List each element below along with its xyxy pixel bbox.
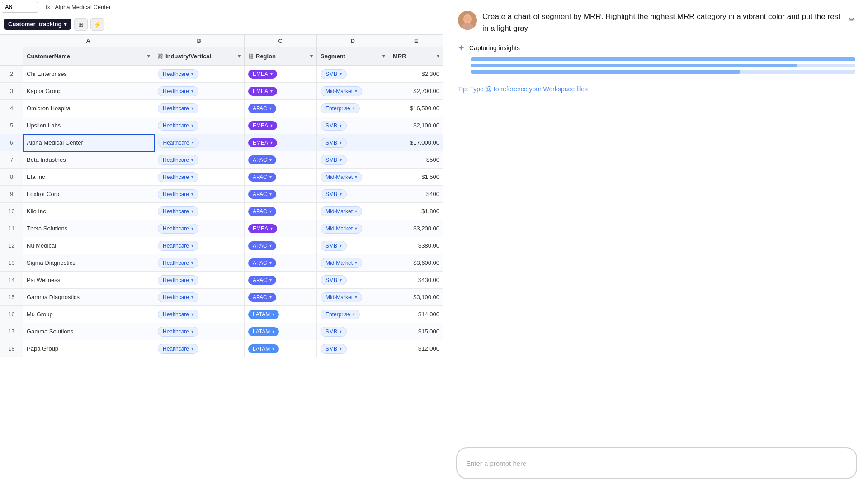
industry-cell[interactable]: Healthcare ▾: [154, 323, 245, 340]
table-row[interactable]: 17Gamma SolutionsHealthcare ▾LATAM ▾SMB …: [0, 323, 443, 340]
col-letter-d[interactable]: D: [317, 35, 389, 47]
table-row[interactable]: 5Upsilon LabsHealthcare ▾EMEA ▾SMB ▾$2,1…: [0, 117, 443, 134]
customer-name-cell[interactable]: Sigma Diagnostics: [23, 254, 154, 272]
segment-pill[interactable]: SMB ▾: [321, 121, 347, 131]
industry-cell[interactable]: Healthcare ▾: [154, 151, 245, 169]
customer-name-cell[interactable]: Kilo Inc: [23, 203, 154, 220]
col-letter-c[interactable]: C: [245, 35, 317, 47]
industry-cell[interactable]: Healthcare ▾: [154, 169, 245, 186]
field-industry[interactable]: ⛓ Industry/Vertical ▾: [154, 47, 245, 66]
region-cell[interactable]: APAC ▾: [245, 169, 317, 186]
cell-reference-box[interactable]: A6: [2, 2, 38, 13]
segment-cell[interactable]: SMB ▾: [317, 134, 389, 151]
region-pill[interactable]: APAC ▾: [248, 258, 276, 267]
region-pill[interactable]: APAC ▾: [248, 173, 276, 182]
segment-pill[interactable]: SMB ▾: [321, 155, 347, 165]
industry-cell[interactable]: Healthcare ▾: [154, 340, 245, 357]
segment-cell[interactable]: Enterprise ▾: [317, 306, 389, 323]
industry-pill[interactable]: Healthcare ▾: [158, 258, 198, 268]
table-row[interactable]: 18Papa GroupHealthcare ▾LATAM ▾SMB ▾$12,…: [0, 340, 443, 357]
customer-name-cell[interactable]: Beta Industries: [23, 151, 154, 169]
segment-pill[interactable]: Mid-Market ▾: [321, 224, 362, 234]
customer-name-cell[interactable]: Psi Wellness: [23, 272, 154, 289]
industry-cell[interactable]: Healthcare ▾: [154, 254, 245, 272]
region-cell[interactable]: EMEA ▾: [245, 220, 317, 237]
customer-name-cell[interactable]: Gamma Diagnostics: [23, 289, 154, 306]
segment-cell[interactable]: SMB ▾: [317, 340, 389, 357]
industry-pill[interactable]: Healthcare ▾: [158, 241, 198, 251]
table-row[interactable]: 15Gamma DiagnosticsHealthcare ▾APAC ▾Mid…: [0, 289, 443, 306]
region-pill[interactable]: EMEA ▾: [248, 121, 277, 130]
industry-pill[interactable]: Healthcare ▾: [158, 138, 199, 148]
segment-pill[interactable]: Enterprise ▾: [321, 103, 360, 113]
industry-cell[interactable]: Healthcare ▾: [154, 100, 245, 117]
region-cell[interactable]: APAC ▾: [245, 237, 317, 254]
region-cell[interactable]: APAC ▾: [245, 289, 317, 306]
industry-pill[interactable]: Healthcare ▾: [158, 86, 198, 96]
segment-pill[interactable]: Mid-Market ▾: [321, 86, 362, 96]
region-pill[interactable]: APAC ▾: [248, 104, 276, 113]
customer-name-cell[interactable]: Foxtrot Corp: [23, 186, 154, 203]
region-cell[interactable]: APAC ▾: [245, 203, 317, 220]
segment-pill[interactable]: SMB ▾: [321, 138, 347, 148]
industry-pill[interactable]: Healthcare ▾: [158, 327, 198, 337]
customer-name-cell[interactable]: Eta Inc: [23, 169, 154, 186]
region-cell[interactable]: APAC ▾: [245, 151, 317, 169]
customer-name-cell[interactable]: Omicron Hospital: [23, 100, 154, 117]
segment-cell[interactable]: Mid-Market ▾: [317, 83, 389, 100]
segment-cell[interactable]: Mid-Market ▾: [317, 169, 389, 186]
industry-pill[interactable]: Healthcare ▾: [158, 155, 198, 165]
industry-pill[interactable]: Healthcare ▾: [158, 224, 198, 234]
industry-pill[interactable]: Healthcare ▾: [158, 189, 198, 199]
table-row[interactable]: 3Kappa GroupHealthcare ▾EMEA ▾Mid-Market…: [0, 83, 443, 100]
segment-cell[interactable]: Mid-Market ▾: [317, 220, 389, 237]
region-pill[interactable]: APAC ▾: [248, 190, 276, 199]
grid-container[interactable]: A B C D E CustomerName ▾: [0, 34, 445, 488]
field-segment[interactable]: Segment ▾: [317, 47, 389, 66]
table-row[interactable]: 4Omicron HospitalHealthcare ▾APAC ▾Enter…: [0, 100, 443, 117]
region-pill[interactable]: EMEA ▾: [248, 138, 277, 147]
region-pill[interactable]: APAC ▾: [248, 155, 276, 164]
industry-cell[interactable]: Healthcare ▾: [154, 272, 245, 289]
edit-icon[interactable]: ✏: [849, 14, 855, 24]
region-cell[interactable]: APAC ▾: [245, 272, 317, 289]
industry-pill[interactable]: Healthcare ▾: [158, 310, 198, 319]
region-pill[interactable]: APAC ▾: [248, 293, 276, 302]
customer-name-cell[interactable]: Papa Group: [23, 340, 154, 357]
segment-pill[interactable]: Mid-Market ▾: [321, 172, 362, 182]
customer-name-cell[interactable]: Theta Solutions: [23, 220, 154, 237]
region-cell[interactable]: EMEA ▾: [245, 66, 317, 83]
customer-name-cell[interactable]: Mu Group: [23, 306, 154, 323]
table-row[interactable]: 9Foxtrot CorpHealthcare ▾APAC ▾SMB ▾$400: [0, 186, 443, 203]
region-pill[interactable]: EMEA ▾: [248, 224, 277, 233]
region-cell[interactable]: EMEA ▾: [245, 117, 317, 134]
industry-cell[interactable]: Healthcare ▾: [154, 117, 245, 134]
customer-name-cell[interactable]: Gamma Solutions: [23, 323, 154, 340]
region-cell[interactable]: LATAM ▾: [245, 323, 317, 340]
field-customer-name[interactable]: CustomerName ▾: [23, 47, 154, 66]
region-cell[interactable]: EMEA ▾: [245, 83, 317, 100]
region-cell[interactable]: APAC ▾: [245, 100, 317, 117]
segment-cell[interactable]: Mid-Market ▾: [317, 289, 389, 306]
ai-prompt-input[interactable]: Enter a prompt here: [456, 447, 857, 479]
table-row[interactable]: 13Sigma DiagnosticsHealthcare ▾APAC ▾Mid…: [0, 254, 443, 272]
lightning-button[interactable]: ⚡: [90, 18, 104, 31]
region-pill[interactable]: APAC ▾: [248, 207, 276, 216]
segment-pill[interactable]: SMB ▾: [321, 189, 347, 199]
col-letter-b[interactable]: B: [154, 35, 245, 47]
segment-pill[interactable]: SMB ▾: [321, 327, 347, 337]
industry-cell[interactable]: Healthcare ▾: [154, 289, 245, 306]
industry-pill[interactable]: Healthcare ▾: [158, 275, 198, 285]
customer-name-cell[interactable]: Nu Medical: [23, 237, 154, 254]
customer-name-cell[interactable]: Alpha Medical Center: [23, 134, 154, 151]
segment-pill[interactable]: Enterprise ▾: [321, 310, 360, 319]
table-row[interactable]: 16Mu GroupHealthcare ▾LATAM ▾Enterprise …: [0, 306, 443, 323]
industry-pill[interactable]: Healthcare ▾: [158, 206, 198, 216]
segment-pill[interactable]: Mid-Market ▾: [321, 258, 362, 268]
segment-pill[interactable]: Mid-Market ▾: [321, 292, 362, 302]
col-letter-a[interactable]: A: [23, 35, 154, 47]
segment-pill[interactable]: SMB ▾: [321, 344, 347, 354]
industry-pill[interactable]: Healthcare ▾: [158, 103, 198, 113]
region-cell[interactable]: APAC ▾: [245, 186, 317, 203]
industry-pill[interactable]: Healthcare ▾: [158, 69, 198, 79]
